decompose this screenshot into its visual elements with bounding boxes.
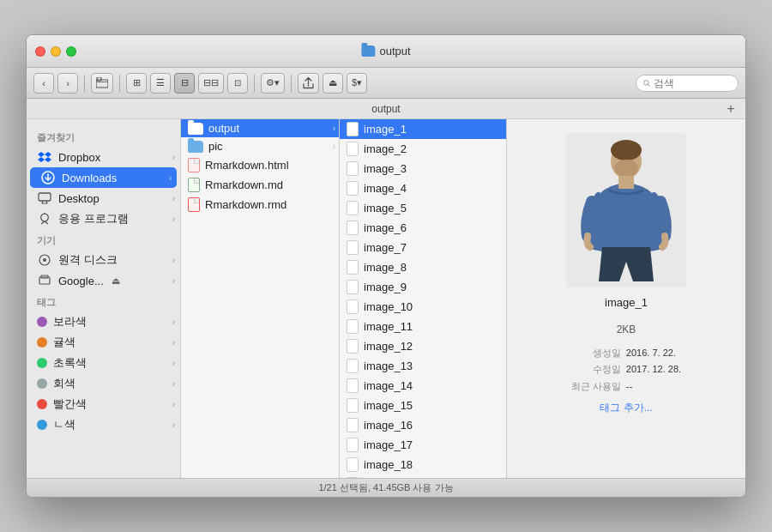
col1-item-md[interactable]: Rmarkdown.md bbox=[181, 175, 339, 195]
sidebar-item-tag-green[interactable]: 초록색 › bbox=[27, 353, 180, 373]
google-chevron: › bbox=[172, 276, 175, 286]
close-button[interactable] bbox=[35, 46, 45, 57]
col2-item-image_4[interactable]: image_4 bbox=[340, 178, 506, 198]
html-file-icon bbox=[188, 158, 200, 172]
col1-item-output[interactable]: output › bbox=[181, 119, 339, 137]
image_7-label: image_7 bbox=[364, 241, 407, 254]
svg-point-10 bbox=[43, 258, 46, 262]
titlebar: output bbox=[27, 35, 745, 68]
svg-line-7 bbox=[41, 221, 45, 224]
image_1-label: image_1 bbox=[364, 123, 407, 136]
view-column-button[interactable]: ⊟ bbox=[174, 73, 195, 94]
col2-item-image_3[interactable]: image_3 bbox=[340, 159, 506, 178]
gray-tag-chevron: › bbox=[172, 379, 175, 389]
window-title-area: output bbox=[361, 45, 410, 57]
search-icon bbox=[643, 78, 650, 88]
svg-point-15 bbox=[611, 140, 642, 160]
col1-item-html[interactable]: Rmarkdown.html bbox=[181, 155, 339, 175]
col2-item-image_15[interactable]: image_15 bbox=[340, 396, 506, 415]
apps-chevron: › bbox=[172, 215, 175, 224]
red-tag-label: 빨간색 bbox=[53, 396, 87, 412]
forward-button[interactable]: › bbox=[57, 73, 78, 94]
main-content: 즐겨찾기 Dropbox › Downloads bbox=[27, 119, 745, 478]
sidebar-item-tag-blue[interactable]: ㄴ색 › bbox=[27, 414, 180, 435]
col2-item-image_19[interactable]: image_19 bbox=[340, 475, 506, 478]
col1-item-pic[interactable]: pic › bbox=[181, 137, 339, 155]
separator-2 bbox=[119, 75, 120, 92]
image_6-label: image_6 bbox=[364, 221, 407, 234]
image_4-label: image_4 bbox=[364, 182, 407, 195]
separator-1 bbox=[84, 75, 85, 92]
view-group-button[interactable]: ⊡ bbox=[227, 73, 248, 94]
col1-html-label: Rmarkdown.html bbox=[205, 159, 289, 172]
sidebar: 즐겨찾기 Dropbox › Downloads bbox=[27, 119, 181, 478]
image_2-icon bbox=[347, 142, 359, 156]
sidebar-item-downloads[interactable]: Downloads › bbox=[30, 167, 177, 188]
terminal-button[interactable]: $▾ bbox=[347, 73, 367, 94]
google-icon bbox=[37, 273, 52, 288]
devices-section-label: 기기 bbox=[27, 229, 180, 250]
sidebar-item-tag-red[interactable]: 빨간색 › bbox=[27, 394, 180, 414]
sidebar-item-tag-gray[interactable]: 회색 › bbox=[27, 373, 180, 394]
favorites-section-label: 즐겨찾기 bbox=[27, 126, 180, 147]
col1-item-rmd[interactable]: Rmarkdown.rmd bbox=[181, 195, 339, 215]
action-button[interactable]: ⚙▾ bbox=[261, 73, 285, 94]
col2-item-image_16[interactable]: image_16 bbox=[340, 415, 506, 435]
col2-item-image_5[interactable]: image_5 bbox=[340, 198, 506, 218]
pic-folder-icon bbox=[188, 141, 203, 153]
image_14-icon bbox=[347, 378, 359, 393]
svg-rect-5 bbox=[39, 193, 51, 201]
image_8-icon bbox=[347, 260, 359, 275]
modified-value: 2017. 12. 28. bbox=[626, 361, 735, 378]
col2-item-image_12[interactable]: image_12 bbox=[340, 336, 506, 356]
pathbar-add-button[interactable]: + bbox=[723, 101, 739, 117]
search-box[interactable] bbox=[636, 75, 739, 92]
column-2: image_1image_2image_3image_4image_5image… bbox=[340, 119, 507, 478]
col2-item-image_10[interactable]: image_10 bbox=[340, 297, 506, 317]
col2-item-image_17[interactable]: image_17 bbox=[340, 435, 506, 455]
add-tag-link[interactable]: 태그 추가... bbox=[600, 401, 652, 415]
minimize-button[interactable] bbox=[51, 46, 61, 57]
image_12-label: image_12 bbox=[364, 340, 413, 353]
preview-filesize: 2KB bbox=[517, 321, 735, 340]
image_17-icon bbox=[347, 438, 359, 452]
remote-disk-label: 원격 디스크 bbox=[58, 252, 118, 268]
last-used-label: 최근 사용일 bbox=[517, 378, 626, 396]
image_9-label: image_9 bbox=[364, 281, 407, 293]
sidebar-item-tag-orange[interactable]: 귤색 › bbox=[27, 332, 180, 353]
md-file-icon bbox=[188, 178, 200, 192]
blue-tag-dot bbox=[37, 420, 47, 430]
sidebar-item-remote-disk[interactable]: 원격 디스크 › bbox=[27, 250, 180, 270]
share-button[interactable] bbox=[298, 73, 319, 94]
col2-item-image_13[interactable]: image_13 bbox=[340, 356, 506, 376]
col2-item-image_9[interactable]: image_9 bbox=[340, 277, 506, 297]
downloads-icon bbox=[40, 170, 56, 185]
pathbar: output + bbox=[27, 99, 745, 119]
view-list-button[interactable]: ☰ bbox=[150, 73, 171, 94]
purple-tag-dot bbox=[37, 317, 47, 327]
view-icon-button[interactable]: ⊞ bbox=[126, 73, 147, 94]
col2-item-image_14[interactable]: image_14 bbox=[340, 376, 506, 396]
col2-item-image_1[interactable]: image_1 bbox=[340, 119, 506, 139]
sidebar-item-desktop[interactable]: Desktop › bbox=[27, 188, 180, 209]
eject-button[interactable]: ⏏ bbox=[323, 73, 343, 94]
sidebar-item-apps[interactable]: 응용 프로그램 › bbox=[27, 209, 180, 229]
col2-item-image_2[interactable]: image_2 bbox=[340, 139, 506, 159]
col2-item-image_18[interactable]: image_18 bbox=[340, 455, 506, 475]
view-cover-button[interactable]: ⊟⊟ bbox=[198, 73, 224, 94]
sidebar-item-google[interactable]: Google... ⏏ › bbox=[27, 270, 180, 291]
new-folder-button[interactable] bbox=[91, 73, 113, 94]
search-input[interactable] bbox=[654, 77, 731, 89]
green-tag-chevron: › bbox=[172, 359, 175, 368]
sidebar-item-tag-purple[interactable]: 보라색 › bbox=[27, 311, 180, 332]
col2-item-image_6[interactable]: image_6 bbox=[340, 218, 506, 238]
fullscreen-button[interactable] bbox=[66, 46, 76, 57]
image_7-icon bbox=[347, 240, 359, 255]
col2-item-image_8[interactable]: image_8 bbox=[340, 257, 506, 277]
modified-label: 수정일 bbox=[517, 361, 626, 378]
sidebar-item-dropbox[interactable]: Dropbox › bbox=[27, 147, 180, 167]
preview-image-svg bbox=[575, 137, 678, 283]
back-button[interactable]: ‹ bbox=[33, 73, 54, 94]
col2-item-image_7[interactable]: image_7 bbox=[340, 238, 506, 257]
col2-item-image_11[interactable]: image_11 bbox=[340, 317, 506, 336]
